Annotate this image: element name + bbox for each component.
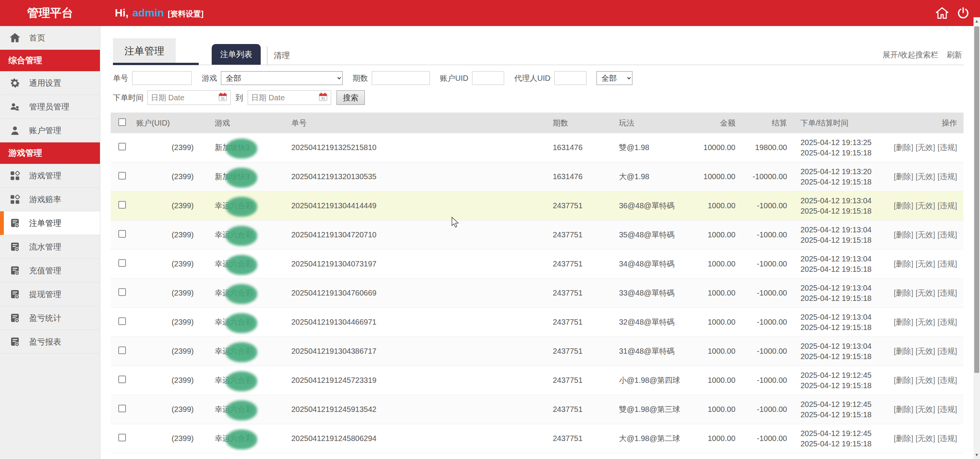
cell-time: 2025-04-12 19:13:20 2025-04-12 19:15:18 xyxy=(790,167,880,187)
sidebar-item-提现管理[interactable]: 提现管理 xyxy=(0,283,100,306)
date-to-input[interactable] xyxy=(251,93,317,102)
row-action-link[interactable]: [删除] xyxy=(894,434,913,443)
tab-order-list[interactable]: 注单列表 xyxy=(212,44,261,65)
account-uid-input[interactable] xyxy=(472,71,504,85)
scrollbar-thumb[interactable] xyxy=(974,26,979,373)
row-checkbox[interactable] xyxy=(118,230,126,238)
row-checkbox[interactable] xyxy=(118,317,126,325)
row-action-link[interactable]: [无效] xyxy=(916,289,935,297)
row-action-link[interactable]: [无效] xyxy=(916,172,935,181)
cell-game: 幸运六合彩 xyxy=(208,230,291,240)
sidebar-item-注单管理[interactable]: 注单管理 xyxy=(0,211,100,235)
cell-period: 2437751 xyxy=(553,405,618,414)
cell-time: 2025-04-12 19:13:04 2025-04-12 19:15:18 xyxy=(790,341,880,362)
row-action-link[interactable]: [删除] xyxy=(894,347,913,355)
row-action-link[interactable]: [违规] xyxy=(938,260,957,268)
vertical-scrollbar[interactable]: ▲ ▼ xyxy=(973,17,980,459)
row-action-link[interactable]: [删除] xyxy=(894,201,913,210)
cell-settle: -1000.00 xyxy=(738,405,790,414)
row-action-link[interactable]: [删除] xyxy=(894,172,913,181)
cell-time: 2025-04-12 19:13:04 2025-04-12 19:15:18 xyxy=(790,225,880,245)
cell-play: 34@48@單特碼 xyxy=(618,259,700,269)
logout-power-icon[interactable] xyxy=(957,7,969,19)
row-action-link[interactable]: [删除] xyxy=(894,376,913,384)
row-action-link[interactable]: [违规] xyxy=(938,405,957,413)
cell-time: 2025-04-12 19:13:25 2025-04-12 19:15:18 xyxy=(790,137,880,158)
sidebar-item-游戏管理[interactable]: 游戏管理 xyxy=(0,164,100,188)
tab-cleanup[interactable]: 清理 xyxy=(267,46,296,65)
cell-play: 33@48@單特碼 xyxy=(618,288,700,298)
row-checkbox[interactable] xyxy=(118,434,126,441)
toggle-search-bar-link[interactable]: 展开/收起搜索栏 xyxy=(882,50,938,60)
row-checkbox[interactable] xyxy=(118,376,126,383)
cell-account-uid: (2399) xyxy=(132,405,208,414)
row-action-link[interactable]: [无效] xyxy=(916,201,935,210)
select-all-checkbox[interactable] xyxy=(118,118,126,126)
search-button[interactable]: 搜索 xyxy=(336,90,365,105)
row-action-link[interactable]: [无效] xyxy=(916,405,935,413)
row-action-link[interactable]: [无效] xyxy=(916,347,935,355)
row-action-link[interactable]: [无效] xyxy=(916,260,935,268)
row-action-link[interactable]: [删除] xyxy=(894,318,913,326)
sidebar-item-游戏赔率[interactable]: 游戏赔率 xyxy=(0,188,100,211)
row-action-link[interactable]: [违规] xyxy=(938,434,957,443)
row-checkbox[interactable] xyxy=(118,259,126,267)
sidebar-section-header: 综合管理 xyxy=(0,50,100,71)
row-action-link[interactable]: [无效] xyxy=(916,318,935,326)
row-action-link[interactable]: [违规] xyxy=(938,318,957,326)
row-action-link[interactable]: [无效] xyxy=(916,376,935,384)
row-checkbox[interactable] xyxy=(118,346,126,354)
status-select[interactable]: 全部 xyxy=(596,71,632,85)
row-action-link[interactable]: [违规] xyxy=(938,172,957,181)
calendar-icon[interactable]: 31 xyxy=(218,92,227,103)
row-action-link[interactable]: [删除] xyxy=(894,289,913,297)
calendar-icon[interactable]: 31 xyxy=(318,92,328,103)
sidebar-item-管理员管理[interactable]: 管理员管理 xyxy=(0,95,100,119)
cell-period: 2437751 xyxy=(553,201,618,210)
row-action-link[interactable]: [无效] xyxy=(916,230,935,239)
row-action-link[interactable]: [违规] xyxy=(938,230,957,239)
row-action-link[interactable]: [违规] xyxy=(938,376,957,384)
refresh-link[interactable]: 刷新 xyxy=(947,50,962,60)
scroll-down-arrow[interactable]: ▼ xyxy=(973,452,980,458)
row-action-link[interactable]: [违规] xyxy=(938,347,957,355)
row-checkbox[interactable] xyxy=(118,172,126,180)
row-action-link[interactable]: [删除] xyxy=(894,260,913,268)
cell-time: 2025-04-12 19:13:04 2025-04-12 19:15:18 xyxy=(790,254,880,274)
agent-uid-input[interactable] xyxy=(554,71,586,85)
sidebar-item-盈亏报表[interactable]: 盈亏报表 xyxy=(0,330,100,354)
row-action-link[interactable]: [删除] xyxy=(894,230,913,239)
period-input[interactable] xyxy=(372,71,430,85)
game-select[interactable]: 全部 xyxy=(221,71,343,85)
row-checkbox[interactable] xyxy=(118,143,126,150)
order-no-input[interactable] xyxy=(132,71,192,85)
sidebar-item-盈亏统计[interactable]: 盈亏统计 xyxy=(0,306,100,330)
row-action-link[interactable]: [删除] xyxy=(894,405,913,413)
sidebar-item-label: 充值管理 xyxy=(29,265,61,276)
row-checkbox[interactable] xyxy=(118,201,126,209)
cell-order-no: 20250412191245806294 xyxy=(291,434,553,443)
row-action-link[interactable]: [违规] xyxy=(938,143,957,152)
scroll-up-arrow[interactable]: ▲ xyxy=(973,18,980,25)
row-action-link[interactable]: [违规] xyxy=(938,201,957,210)
sidebar-item-流水管理[interactable]: 流水管理 xyxy=(0,235,100,259)
row-checkbox[interactable] xyxy=(118,405,126,412)
sidebar-item-账户管理[interactable]: 账户管理 xyxy=(0,119,100,142)
row-checkbox[interactable] xyxy=(118,288,126,296)
profile-settings-link[interactable]: [资料设置] xyxy=(168,9,203,19)
cell-time: 2025-04-12 19:13:04 2025-04-12 19:15:18 xyxy=(790,196,880,216)
cell-settle: -1000.00 xyxy=(738,230,790,239)
cell-play: 小@1.98@第四球 xyxy=(618,375,700,385)
row-action-link[interactable]: [违规] xyxy=(938,289,957,297)
date-from-input[interactable] xyxy=(151,93,217,102)
cell-account-uid: (2399) xyxy=(132,289,208,297)
sidebar-item-通用设置[interactable]: 通用设置 xyxy=(0,71,100,95)
row-action-link[interactable]: [无效] xyxy=(916,143,935,152)
row-action-link[interactable]: [无效] xyxy=(916,434,935,443)
cell-period: 2437751 xyxy=(553,318,618,327)
row-action-link[interactable]: [删除] xyxy=(894,143,913,152)
home-icon[interactable] xyxy=(936,7,949,19)
sidebar-item-首页[interactable]: 首页 xyxy=(0,26,100,50)
sidebar-item-充值管理[interactable]: 充值管理 xyxy=(0,259,100,283)
greeting-prefix: Hi, xyxy=(115,7,129,19)
